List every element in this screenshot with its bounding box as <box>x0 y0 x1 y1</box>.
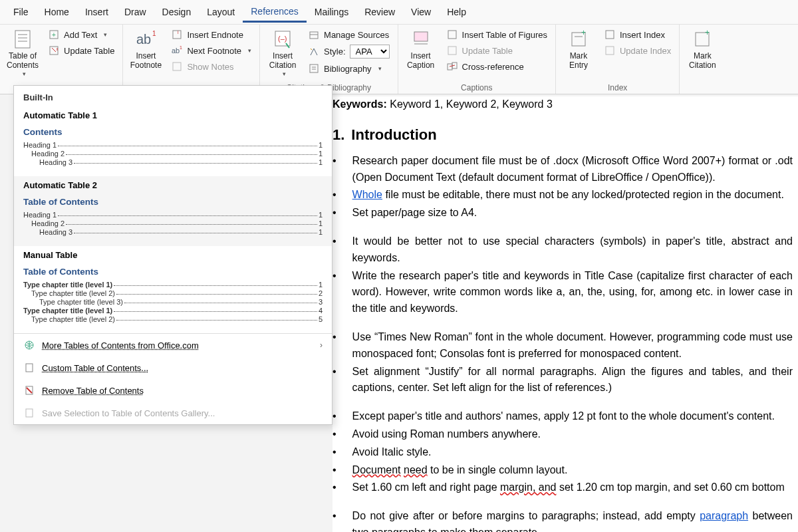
svg-text:(–): (–) <box>278 35 287 43</box>
group-label: Captions <box>401 82 553 94</box>
custom-toc-button[interactable]: Custom Table of Contents... <box>14 356 332 379</box>
mark-citation-icon: + <box>692 29 713 50</box>
menu-home[interactable]: Home <box>37 3 77 21</box>
list-item: Do not give after or before margins to p… <box>332 508 793 532</box>
cross-reference-icon <box>446 61 458 72</box>
footnote-icon: ab1 <box>135 29 156 50</box>
next-footnote-button[interactable]: ab1 Next Footnote▾ <box>168 43 254 58</box>
svg-text:+: + <box>581 30 586 37</box>
manage-sources-button[interactable]: Manage Sources <box>305 27 392 42</box>
insert-endnote-button[interactable]: i Insert Endnote <box>168 27 254 42</box>
save-toc-gallery-button: Save Selection to Table of Contents Gall… <box>14 402 332 424</box>
chevron-down-icon: ▾ <box>104 31 107 38</box>
menu-help[interactable]: Help <box>439 3 474 21</box>
bibliography-button[interactable]: Bibliography▾ <box>305 61 392 76</box>
toc-option-auto2[interactable]: Automatic Table 2 Table of Contents Head… <box>14 176 332 246</box>
chevron-down-icon: ▾ <box>23 70 26 78</box>
svg-rect-24 <box>448 47 456 55</box>
svg-text:ab: ab <box>172 47 180 55</box>
svg-rect-38 <box>26 409 33 417</box>
update-table-captions-button[interactable]: Update Table <box>444 43 550 58</box>
svg-rect-23 <box>448 31 456 39</box>
update-index-button[interactable]: Update Index <box>601 43 674 58</box>
toc-preview-row: Type chapter title (level 1)4 <box>23 307 323 315</box>
insert-footnote-button[interactable]: ab1 Insert Footnote <box>126 26 166 73</box>
add-text-button[interactable]: + Add Text▾ <box>45 27 117 42</box>
svg-rect-18 <box>310 65 318 72</box>
heading-introduction: 1.Introduction <box>332 124 793 146</box>
group-label <box>682 82 722 94</box>
list-item: Document need to be in single column lay… <box>332 462 793 479</box>
svg-text:+: + <box>52 31 56 39</box>
list-item: Research paper document file must be of … <box>332 153 793 186</box>
menu-mailings[interactable]: Mailings <box>307 3 356 21</box>
toc-preview-row: Heading 21 <box>23 219 323 227</box>
table-of-contents-button[interactable]: Table of Contents ▾ <box>3 26 43 80</box>
ribbon: Table of Contents ▾ + Add Text▾ Update T… <box>0 24 798 94</box>
group-authorities: + Mark Citation <box>680 25 725 94</box>
insert-citation-button[interactable]: (–) Insert Citation ▾ <box>263 26 303 80</box>
caption-icon <box>410 29 432 50</box>
table-figures-icon <box>446 29 458 41</box>
endnote-icon: i <box>171 29 183 41</box>
remove-toc-button[interactable]: Remove Table of Contents <box>14 379 332 402</box>
toc-preview-row: Type chapter title (level 1)1 <box>23 281 323 289</box>
svg-rect-6 <box>50 47 58 55</box>
menu-insert[interactable]: Insert <box>77 3 116 21</box>
manage-sources-icon <box>308 29 320 41</box>
update-index-icon <box>604 45 616 57</box>
svg-rect-31 <box>606 47 614 55</box>
menu-bar: File Home Insert Draw Design Layout Refe… <box>0 0 798 24</box>
next-footnote-icon: ab1 <box>171 45 183 57</box>
update-icon <box>48 45 60 57</box>
list-item: Set alignment “Justify” for all normal p… <box>332 364 793 397</box>
chevron-down-icon: ▾ <box>248 47 251 54</box>
menu-review[interactable]: Review <box>356 3 403 21</box>
toc-dropdown: Built-In Automatic Table 1 Contents Head… <box>13 85 332 425</box>
add-text-icon: + <box>48 29 60 41</box>
cross-reference-button[interactable]: Cross-reference <box>444 59 550 74</box>
menu-draw[interactable]: Draw <box>116 3 154 21</box>
preview-title: Manual Table <box>23 250 323 260</box>
svg-rect-25 <box>448 64 452 70</box>
group-toc: Table of Contents ▾ + Add Text▾ Update T… <box>0 25 123 94</box>
menu-view[interactable]: View <box>403 3 439 21</box>
menu-layout[interactable]: Layout <box>199 3 243 21</box>
svg-text:ab: ab <box>136 32 151 47</box>
document-bullets: Research paper document file must be of … <box>332 153 793 532</box>
toc-preview-row: Heading 11 <box>23 211 323 219</box>
dropdown-section-builtin: Built-In <box>14 86 332 106</box>
menu-file[interactable]: File <box>5 3 37 21</box>
menu-design[interactable]: Design <box>154 3 200 21</box>
svg-rect-21 <box>414 32 428 41</box>
insert-caption-button[interactable]: Insert Caption <box>401 26 441 73</box>
mark-entry-button[interactable]: + Mark Entry <box>559 26 598 73</box>
more-toc-office-button[interactable]: More Tables of Contents from Office.com … <box>14 334 332 356</box>
list-item: Except paper's title and authors' names,… <box>332 408 793 425</box>
toc-option-manual[interactable]: Manual Table Table of Contents Type chap… <box>14 246 332 333</box>
svg-line-37 <box>27 388 32 393</box>
update-table-button[interactable]: Update Table <box>45 43 117 58</box>
group-captions: Insert Caption Insert Table of Figures U… <box>398 25 556 94</box>
menu-references[interactable]: References <box>243 2 307 23</box>
group-citations: (–) Insert Citation ▾ Manage Sources Sty… <box>260 25 398 94</box>
svg-rect-35 <box>26 364 33 372</box>
insert-table-figures-button[interactable]: Insert Table of Figures <box>444 27 550 42</box>
toc-option-auto1[interactable]: Automatic Table 1 Contents Heading 11Hea… <box>14 106 332 176</box>
save-icon <box>23 407 35 419</box>
citation-style-select[interactable]: APA <box>350 45 390 59</box>
document-canvas[interactable]: Keywords: Keyword 1, Keyword 2, Keyword … <box>332 96 798 532</box>
svg-text:1: 1 <box>152 30 156 37</box>
preview-title: Automatic Table 2 <box>23 180 323 190</box>
show-notes-button[interactable]: Show Notes <box>168 59 254 74</box>
insert-index-button[interactable]: Insert Index <box>601 27 674 42</box>
remove-icon <box>23 384 35 396</box>
toc-preview-row: Type chapter title (level 3)3 <box>23 298 323 306</box>
list-item: Use “Times New Roman” font in the whole … <box>332 329 793 362</box>
toc-label: Table of Contents <box>7 51 39 70</box>
mark-citation-button[interactable]: + Mark Citation <box>682 26 722 73</box>
svg-rect-16 <box>310 32 318 39</box>
group-label: Index <box>559 82 676 94</box>
svg-rect-13 <box>173 63 181 70</box>
svg-rect-0 <box>15 31 30 48</box>
